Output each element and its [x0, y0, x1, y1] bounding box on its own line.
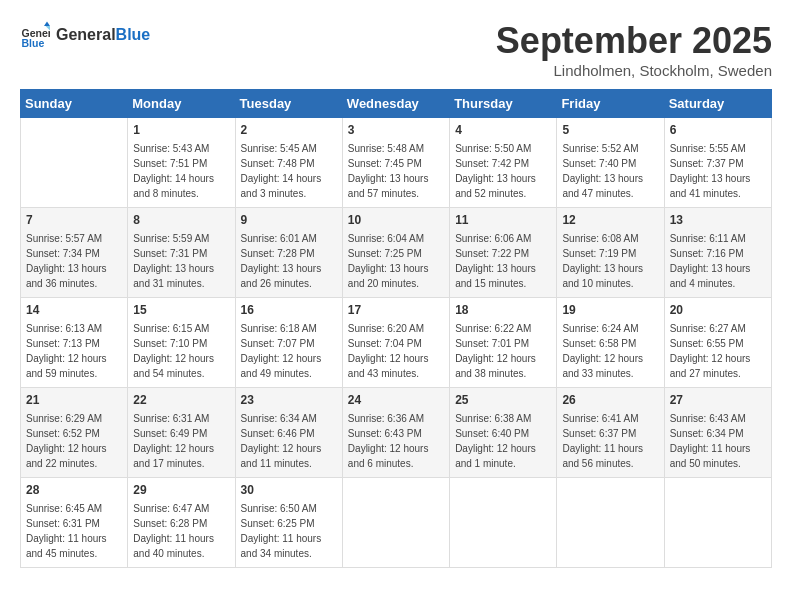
calendar-week-1: 1Sunrise: 5:43 AM Sunset: 7:51 PM Daylig… [21, 118, 772, 208]
day-number: 28 [26, 482, 122, 499]
calendar-cell: 10Sunrise: 6:04 AM Sunset: 7:25 PM Dayli… [342, 208, 449, 298]
calendar-cell [21, 118, 128, 208]
day-info: Sunrise: 6:43 AM Sunset: 6:34 PM Dayligh… [670, 411, 766, 471]
logo: General Blue GeneralBlue [20, 20, 150, 50]
calendar-cell: 18Sunrise: 6:22 AM Sunset: 7:01 PM Dayli… [450, 298, 557, 388]
day-number: 7 [26, 212, 122, 229]
calendar-cell: 4Sunrise: 5:50 AM Sunset: 7:42 PM Daylig… [450, 118, 557, 208]
calendar-cell [664, 478, 771, 568]
day-info: Sunrise: 6:47 AM Sunset: 6:28 PM Dayligh… [133, 501, 229, 561]
calendar-week-2: 7Sunrise: 5:57 AM Sunset: 7:34 PM Daylig… [21, 208, 772, 298]
header-thursday: Thursday [450, 90, 557, 118]
calendar-cell: 3Sunrise: 5:48 AM Sunset: 7:45 PM Daylig… [342, 118, 449, 208]
day-number: 22 [133, 392, 229, 409]
calendar-week-5: 28Sunrise: 6:45 AM Sunset: 6:31 PM Dayli… [21, 478, 772, 568]
day-number: 29 [133, 482, 229, 499]
day-info: Sunrise: 5:55 AM Sunset: 7:37 PM Dayligh… [670, 141, 766, 201]
day-number: 11 [455, 212, 551, 229]
calendar-cell: 14Sunrise: 6:13 AM Sunset: 7:13 PM Dayli… [21, 298, 128, 388]
day-info: Sunrise: 6:13 AM Sunset: 7:13 PM Dayligh… [26, 321, 122, 381]
calendar-header-row: SundayMondayTuesdayWednesdayThursdayFrid… [21, 90, 772, 118]
calendar-cell: 25Sunrise: 6:38 AM Sunset: 6:40 PM Dayli… [450, 388, 557, 478]
calendar-week-4: 21Sunrise: 6:29 AM Sunset: 6:52 PM Dayli… [21, 388, 772, 478]
day-number: 21 [26, 392, 122, 409]
day-info: Sunrise: 6:27 AM Sunset: 6:55 PM Dayligh… [670, 321, 766, 381]
svg-marker-2 [44, 22, 50, 27]
day-number: 12 [562, 212, 658, 229]
calendar-cell: 16Sunrise: 6:18 AM Sunset: 7:07 PM Dayli… [235, 298, 342, 388]
svg-text:Blue: Blue [22, 37, 45, 49]
header-saturday: Saturday [664, 90, 771, 118]
day-number: 24 [348, 392, 444, 409]
day-info: Sunrise: 6:01 AM Sunset: 7:28 PM Dayligh… [241, 231, 337, 291]
day-info: Sunrise: 5:50 AM Sunset: 7:42 PM Dayligh… [455, 141, 551, 201]
day-info: Sunrise: 6:45 AM Sunset: 6:31 PM Dayligh… [26, 501, 122, 561]
day-number: 18 [455, 302, 551, 319]
calendar-cell: 29Sunrise: 6:47 AM Sunset: 6:28 PM Dayli… [128, 478, 235, 568]
day-number: 15 [133, 302, 229, 319]
calendar-cell: 30Sunrise: 6:50 AM Sunset: 6:25 PM Dayli… [235, 478, 342, 568]
day-number: 3 [348, 122, 444, 139]
day-info: Sunrise: 5:52 AM Sunset: 7:40 PM Dayligh… [562, 141, 658, 201]
calendar-cell: 13Sunrise: 6:11 AM Sunset: 7:16 PM Dayli… [664, 208, 771, 298]
calendar-table: SundayMondayTuesdayWednesdayThursdayFrid… [20, 89, 772, 568]
day-number: 1 [133, 122, 229, 139]
month-title: September 2025 [496, 20, 772, 62]
day-info: Sunrise: 6:29 AM Sunset: 6:52 PM Dayligh… [26, 411, 122, 471]
calendar-cell: 26Sunrise: 6:41 AM Sunset: 6:37 PM Dayli… [557, 388, 664, 478]
logo-icon: General Blue [20, 20, 50, 50]
day-number: 9 [241, 212, 337, 229]
day-info: Sunrise: 6:50 AM Sunset: 6:25 PM Dayligh… [241, 501, 337, 561]
logo-text: GeneralBlue [56, 26, 150, 44]
day-info: Sunrise: 6:41 AM Sunset: 6:37 PM Dayligh… [562, 411, 658, 471]
calendar-cell [450, 478, 557, 568]
day-info: Sunrise: 6:08 AM Sunset: 7:19 PM Dayligh… [562, 231, 658, 291]
day-info: Sunrise: 5:48 AM Sunset: 7:45 PM Dayligh… [348, 141, 444, 201]
page-header: General Blue GeneralBlue September 2025 … [20, 20, 772, 79]
title-block: September 2025 Lindholmen, Stockholm, Sw… [496, 20, 772, 79]
day-info: Sunrise: 6:04 AM Sunset: 7:25 PM Dayligh… [348, 231, 444, 291]
day-info: Sunrise: 6:36 AM Sunset: 6:43 PM Dayligh… [348, 411, 444, 471]
calendar-cell: 28Sunrise: 6:45 AM Sunset: 6:31 PM Dayli… [21, 478, 128, 568]
calendar-cell: 2Sunrise: 5:45 AM Sunset: 7:48 PM Daylig… [235, 118, 342, 208]
day-number: 25 [455, 392, 551, 409]
calendar-cell: 20Sunrise: 6:27 AM Sunset: 6:55 PM Dayli… [664, 298, 771, 388]
day-number: 23 [241, 392, 337, 409]
day-number: 26 [562, 392, 658, 409]
calendar-cell: 6Sunrise: 5:55 AM Sunset: 7:37 PM Daylig… [664, 118, 771, 208]
day-number: 20 [670, 302, 766, 319]
day-info: Sunrise: 6:24 AM Sunset: 6:58 PM Dayligh… [562, 321, 658, 381]
calendar-cell [557, 478, 664, 568]
header-sunday: Sunday [21, 90, 128, 118]
day-info: Sunrise: 6:22 AM Sunset: 7:01 PM Dayligh… [455, 321, 551, 381]
calendar-cell: 15Sunrise: 6:15 AM Sunset: 7:10 PM Dayli… [128, 298, 235, 388]
header-wednesday: Wednesday [342, 90, 449, 118]
header-monday: Monday [128, 90, 235, 118]
calendar-cell [342, 478, 449, 568]
day-number: 2 [241, 122, 337, 139]
day-number: 14 [26, 302, 122, 319]
calendar-cell: 22Sunrise: 6:31 AM Sunset: 6:49 PM Dayli… [128, 388, 235, 478]
calendar-cell: 1Sunrise: 5:43 AM Sunset: 7:51 PM Daylig… [128, 118, 235, 208]
calendar-cell: 9Sunrise: 6:01 AM Sunset: 7:28 PM Daylig… [235, 208, 342, 298]
calendar-cell: 5Sunrise: 5:52 AM Sunset: 7:40 PM Daylig… [557, 118, 664, 208]
day-info: Sunrise: 6:11 AM Sunset: 7:16 PM Dayligh… [670, 231, 766, 291]
day-info: Sunrise: 6:15 AM Sunset: 7:10 PM Dayligh… [133, 321, 229, 381]
day-number: 19 [562, 302, 658, 319]
calendar-cell: 11Sunrise: 6:06 AM Sunset: 7:22 PM Dayli… [450, 208, 557, 298]
day-number: 16 [241, 302, 337, 319]
day-number: 8 [133, 212, 229, 229]
day-number: 30 [241, 482, 337, 499]
day-number: 17 [348, 302, 444, 319]
day-number: 5 [562, 122, 658, 139]
day-info: Sunrise: 6:06 AM Sunset: 7:22 PM Dayligh… [455, 231, 551, 291]
calendar-week-3: 14Sunrise: 6:13 AM Sunset: 7:13 PM Dayli… [21, 298, 772, 388]
calendar-cell: 24Sunrise: 6:36 AM Sunset: 6:43 PM Dayli… [342, 388, 449, 478]
calendar-cell: 12Sunrise: 6:08 AM Sunset: 7:19 PM Dayli… [557, 208, 664, 298]
header-tuesday: Tuesday [235, 90, 342, 118]
calendar-cell: 7Sunrise: 5:57 AM Sunset: 7:34 PM Daylig… [21, 208, 128, 298]
day-info: Sunrise: 5:57 AM Sunset: 7:34 PM Dayligh… [26, 231, 122, 291]
location: Lindholmen, Stockholm, Sweden [496, 62, 772, 79]
day-number: 4 [455, 122, 551, 139]
day-number: 10 [348, 212, 444, 229]
